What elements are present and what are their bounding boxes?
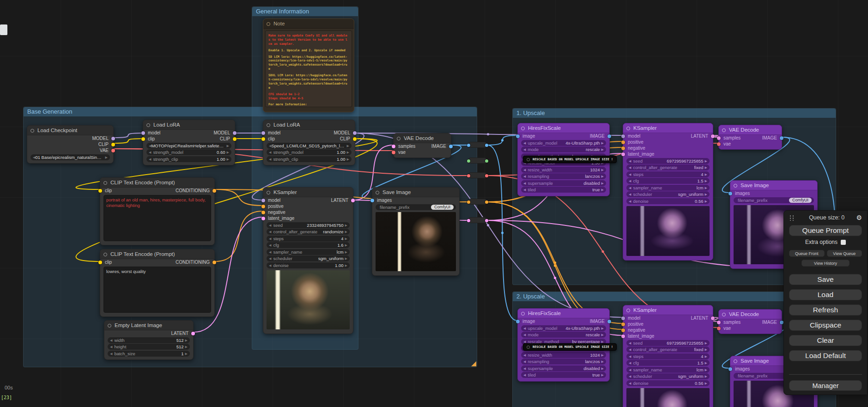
widget-filename_prefix[interactable]: filename_prefixComfyUI <box>734 197 814 203</box>
increment-arrow-icon[interactable]: ▶ <box>601 146 604 152</box>
input-slot-dot[interactable] <box>621 322 625 326</box>
collapse-dot-icon[interactable] <box>626 309 630 312</box>
decrement-arrow-icon[interactable]: ◀ <box>149 156 151 162</box>
widget-strength_model[interactable]: ◀strength_model0.60▶ <box>146 149 231 155</box>
collapse-dot-icon[interactable] <box>734 359 737 363</box>
decrement-arrow-icon[interactable]: ◀ <box>629 340 631 346</box>
widget-control_after_generate[interactable]: ◀control_after_generatefixed▶ <box>626 346 710 352</box>
input-slot-dot[interactable] <box>261 199 265 202</box>
widget-strength_model[interactable]: ◀strength_model1.00▶ <box>267 149 352 155</box>
input-slot-dot[interactable] <box>621 134 625 138</box>
load-button[interactable]: Load <box>789 289 862 300</box>
reroute-output-dot[interactable] <box>485 219 488 222</box>
decrement-arrow-icon[interactable]: ◀ <box>629 346 631 352</box>
save-button[interactable]: Save <box>789 274 862 285</box>
widget-resampling[interactable]: ◀resamplinglanczos▶ <box>521 173 606 179</box>
collapse-dot-icon[interactable] <box>626 127 630 130</box>
widget-denoise[interactable]: ◀denoise0.56▶ <box>626 198 710 204</box>
decrement-arrow-icon[interactable]: ◀ <box>629 353 631 359</box>
node-title-bar[interactable]: KSampler <box>623 123 713 133</box>
widget-strength_clip[interactable]: ◀strength_clip1.00▶ <box>267 156 352 162</box>
increment-arrow-icon[interactable]: ▶ <box>601 358 604 364</box>
node-title-bar[interactable]: VAE Decode <box>719 125 782 135</box>
input-slot-dot[interactable] <box>621 316 625 320</box>
collapse-dot-icon[interactable] <box>267 22 270 26</box>
increment-arrow-icon[interactable]: ▶ <box>227 143 229 149</box>
widget-width[interactable]: ◀width512▶ <box>108 337 190 343</box>
decrement-arrow-icon[interactable]: ◀ <box>269 249 271 255</box>
output-slot-dot[interactable] <box>607 134 611 138</box>
decrement-arrow-icon[interactable]: ◀ <box>629 360 631 366</box>
node-title-bar[interactable]: HiresFixScale <box>518 309 609 318</box>
decrement-arrow-icon[interactable]: ◀ <box>523 352 526 358</box>
note-rescale-note-1[interactable]: RESCALE BASED ON MODEL UPSCALE IMAGE SIZ… <box>523 156 617 163</box>
node-graph-canvas[interactable]: General InformationBase Generation1. Ups… <box>0 0 868 407</box>
increment-arrow-icon[interactable]: ▶ <box>345 229 347 235</box>
widget-tiled[interactable]: ◀tiledtrue▶ <box>521 372 606 378</box>
input-slot-dot[interactable] <box>717 321 721 324</box>
increment-arrow-icon[interactable]: ▶ <box>185 344 188 350</box>
decrement-arrow-icon[interactable]: ◀ <box>629 171 631 177</box>
output-slot-dot[interactable] <box>111 137 115 140</box>
increment-arrow-icon[interactable]: ▶ <box>347 149 349 155</box>
decrement-arrow-icon[interactable]: ◀ <box>523 173 526 179</box>
collapse-dot-icon[interactable] <box>527 346 530 349</box>
decrement-arrow-icon[interactable]: ◀ <box>269 255 271 261</box>
collapse-dot-icon[interactable] <box>734 184 737 188</box>
decrement-arrow-icon[interactable]: ◀ <box>269 262 271 268</box>
increment-arrow-icon[interactable]: ▶ <box>601 372 604 378</box>
widget-filename_prefix[interactable]: filename_prefixComfyUI <box>376 204 456 210</box>
input-slot-dot[interactable] <box>621 146 625 150</box>
decrement-arrow-icon[interactable]: ◀ <box>269 222 271 228</box>
widget-seed[interactable]: ◀seed697295967225855▶ <box>626 158 710 164</box>
increment-arrow-icon[interactable]: ▶ <box>705 178 707 184</box>
input-slot-dot[interactable] <box>261 211 265 214</box>
decrement-arrow-icon[interactable]: ◀ <box>110 344 112 350</box>
increment-arrow-icon[interactable]: ▶ <box>345 242 347 248</box>
output-slot-dot[interactable] <box>607 320 611 323</box>
increment-arrow-icon[interactable]: ▶ <box>227 149 229 155</box>
collapse-dot-icon[interactable] <box>103 181 107 185</box>
widget-tiled[interactable]: ◀tiledtrue▶ <box>521 187 606 193</box>
view-queue-button[interactable]: View Queue <box>827 250 862 257</box>
widget-steps[interactable]: ◀steps4▶ <box>626 171 710 177</box>
decrement-arrow-icon[interactable]: ◀ <box>629 158 631 164</box>
collapse-dot-icon[interactable] <box>146 123 150 127</box>
widget-value[interactable]: ◀MOTOP/epiCRealismHelper.safetensors▶ <box>146 143 231 149</box>
increment-arrow-icon[interactable]: ▶ <box>345 255 347 261</box>
increment-arrow-icon[interactable]: ▶ <box>601 140 604 146</box>
widget-upscale_model[interactable]: ◀upscale_model4x-UltraSharp.pth▶ <box>521 325 606 331</box>
increment-arrow-icon[interactable]: ▶ <box>705 158 707 164</box>
increment-arrow-icon[interactable]: ▶ <box>705 171 707 177</box>
widget-value[interactable]: ◀01 Base/epicrealism_naturalSinRC1VAE.sa… <box>30 154 110 160</box>
manager-button[interactable]: Manager <box>789 380 862 391</box>
decrement-arrow-icon[interactable]: ◀ <box>629 367 631 373</box>
input-slot-dot[interactable] <box>516 320 520 323</box>
widget-seed[interactable]: ◀seed697295967225855▶ <box>626 340 710 346</box>
decrement-arrow-icon[interactable]: ◀ <box>629 178 631 184</box>
decrement-arrow-icon[interactable]: ◀ <box>629 164 631 170</box>
node-clip-text-encode-positive[interactable]: CLIP Text Encode (Prompt)clipCONDITIONIN… <box>100 177 215 245</box>
increment-arrow-icon[interactable]: ▶ <box>345 222 347 228</box>
node-title-bar[interactable]: Load Checkpoint <box>27 126 113 135</box>
widget-steps[interactable]: ◀steps4▶ <box>267 236 350 242</box>
decrement-arrow-icon[interactable]: ◀ <box>629 373 631 379</box>
node-load-lora-1[interactable]: Load LoRAmodelMODELclipCLIP◀MOTOP/epiCRe… <box>143 120 235 165</box>
reroute-input-dot[interactable] <box>467 174 470 177</box>
increment-arrow-icon[interactable]: ▶ <box>705 346 707 352</box>
input-slot-dot[interactable] <box>392 145 395 148</box>
decrement-arrow-icon[interactable]: ◀ <box>523 187 526 193</box>
output-slot-dot[interactable] <box>780 321 783 324</box>
decrement-arrow-icon[interactable]: ◀ <box>629 185 631 191</box>
output-slot-dot[interactable] <box>111 143 115 146</box>
output-slot-dot[interactable] <box>711 316 715 320</box>
widget-batch_size[interactable]: ◀batch_size1▶ <box>108 351 190 357</box>
increment-arrow-icon[interactable]: ▶ <box>105 154 108 160</box>
increment-arrow-icon[interactable]: ▶ <box>227 156 229 162</box>
node-save-image[interactable]: Save Imageimagesfilename_prefixComfyUI <box>372 187 460 276</box>
widget-mode[interactable]: ◀moderescale▶ <box>521 332 606 338</box>
collapse-dot-icon[interactable] <box>722 128 726 132</box>
output-slot-dot[interactable] <box>233 137 237 141</box>
collapse-dot-icon[interactable] <box>722 313 726 316</box>
decrement-arrow-icon[interactable]: ◀ <box>523 325 526 331</box>
